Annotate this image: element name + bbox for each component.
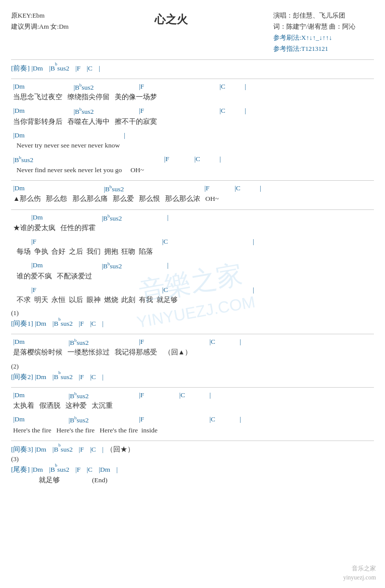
section-interlude3: [间奏3] |Dm |Bbsus2 |F |C | （回★） bbox=[11, 444, 374, 454]
br1l2-lyrics: 每场 争执 合好 之后 我们 拥抱 狂吻 陷落 bbox=[11, 247, 374, 257]
chord-bbsus2: |Bbsus2 bbox=[52, 372, 78, 382]
br1l1-chords: |Dm |Bbsus2 | bbox=[11, 213, 374, 223]
footer-line2: yinyuezj.com bbox=[343, 573, 376, 582]
chord-bar: | bbox=[253, 285, 254, 295]
chord-bar: | bbox=[102, 319, 104, 329]
chord-f: |F bbox=[75, 64, 86, 74]
chord-c: |C bbox=[90, 373, 101, 382]
chord-c: |C bbox=[90, 319, 101, 329]
v1l1-chords: |Dm |Bbsus2 |F |C | bbox=[11, 82, 374, 92]
chord-dm: |Dm bbox=[31, 465, 48, 475]
interlude2-label: [间奏2] bbox=[11, 373, 35, 382]
chord-f: |F bbox=[139, 82, 219, 92]
paren1-text: (1) bbox=[11, 309, 374, 317]
chord-bbsus2: |Bbsus2 bbox=[13, 155, 164, 165]
v3l1-lyrics: 太执着 假洒脱 这种爱 太沉重 bbox=[11, 401, 374, 411]
section-interlude2: [间奏2] |Dm |Bbsus2 |F |C | bbox=[11, 372, 374, 382]
chorus-chords: |Dm |Bbsus2 |F |C | bbox=[11, 184, 374, 194]
v1l2-lyrics: 当你背影转身后 吞噬在人海中 擦不干的寂寞 bbox=[11, 117, 374, 127]
v3l2-lyrics: Here's the fire Here's the fire Here's t… bbox=[11, 425, 374, 435]
chord-dm: |Dm bbox=[13, 391, 68, 401]
intro-label: [前奏] bbox=[11, 64, 31, 74]
paren1: (1) bbox=[11, 309, 374, 317]
chord-dm: |Dm bbox=[35, 319, 51, 329]
chord-bbsus2: |Bbsus2 bbox=[49, 464, 74, 474]
chord-bar: | bbox=[245, 82, 246, 92]
chord-dm: |Dm bbox=[13, 131, 124, 140]
chord-f: |F bbox=[139, 415, 209, 425]
chord-c: |C bbox=[209, 337, 240, 347]
header-divider bbox=[11, 59, 374, 60]
br1l3-lyrics: 谁的爱不疯 不配谈爱过 bbox=[11, 271, 374, 281]
chord-f: |F bbox=[204, 184, 235, 194]
chord-bbsus2: |Bbsus2 bbox=[104, 184, 204, 194]
chord-dm: |Dm bbox=[13, 337, 68, 347]
br1l3-chords: |Dm |Bbsus2 | bbox=[11, 261, 374, 271]
divider-1 bbox=[11, 79, 374, 79]
divider-2 bbox=[11, 180, 374, 181]
chord-bbsus2: |Bbsus2 bbox=[52, 444, 78, 454]
chord-bar: | bbox=[102, 445, 104, 455]
v1l1-lyrics: 当思念飞过夜空 缭绕指尖停留 美的像一场梦 bbox=[11, 92, 374, 102]
chord-bar: | bbox=[240, 337, 241, 347]
verse1-line1: |Dm |Bbsus2 |F |C | 当思念飞过夜空 缭绕指尖停留 美的像一场… bbox=[11, 82, 374, 103]
v1l3-chords: |Dm | bbox=[11, 131, 374, 140]
outro-chord-line: [尾奏] |Dm |Bbsus2 |F |C |Dm | bbox=[11, 464, 374, 474]
outro-lyrics: 就足够 (End) bbox=[11, 475, 374, 485]
footer-line1: 音乐之家 bbox=[343, 564, 376, 573]
chord-bbsus2: |Bbsus2 bbox=[52, 318, 78, 328]
chord-bar: | bbox=[245, 106, 246, 116]
paren3: (3) bbox=[11, 455, 374, 463]
credits-info: 词：陈建宁/谢宥慧 曲：阿沁 bbox=[273, 21, 374, 32]
chord-bbsus2: |Bbsus2 bbox=[68, 415, 139, 425]
paren2: (2) bbox=[11, 362, 374, 371]
header-right: 演唱：彭佳慧、飞儿乐团 词：陈建宁/谢宥慧 曲：阿沁 参考刷法:X↑↓↑_↓↑↑… bbox=[273, 10, 374, 54]
intro-chord-line: [前奏] |Dm |Bbsus2 |F |C | bbox=[11, 63, 374, 73]
chord-bar: | bbox=[240, 415, 241, 425]
chord-bbsus2: |Bbsus2 bbox=[73, 82, 139, 92]
chord-bar: | bbox=[102, 373, 104, 382]
chorus1: |Dm |Bbsus2 |F |C | ▲那么伤 那么怨 那么那么痛 那么爱 那… bbox=[11, 184, 374, 204]
divider-5 bbox=[11, 387, 374, 388]
song-title: 心之火 bbox=[68, 10, 273, 54]
header-left: 原KEY:Ebm 建议男调:Am 女:Dm bbox=[11, 10, 68, 54]
interlude2-chord-line: [间奏2] |Dm |Bbsus2 |F |C | bbox=[11, 372, 374, 382]
chord-c: |C bbox=[87, 64, 98, 74]
verse1-line3: |Dm | Never try never see never never kn… bbox=[11, 131, 374, 151]
fingering-pattern: 参考指法:T1213121 bbox=[273, 43, 374, 54]
v3l2-chords: |Dm |Bbsus2 |F |C | bbox=[11, 415, 374, 425]
chord-c: |C bbox=[209, 415, 240, 425]
main-page: 音樂之家 YINYUEZJ.COM 原KEY:Ebm 建议男调:Am 女:Dm … bbox=[0, 0, 385, 588]
chord-f: |F bbox=[79, 373, 89, 382]
divider-4 bbox=[11, 334, 374, 334]
strumming-pattern: 参考刷法:X↑↓↑_↓↑↑↓ bbox=[273, 32, 374, 43]
v1l3-lyrics: Never try never see never never know bbox=[11, 140, 374, 151]
chord-c: |C bbox=[90, 445, 101, 455]
bridge1-line3: |Dm |Bbsus2 | 谁的爱不疯 不配谈爱过 bbox=[11, 261, 374, 281]
chord-f: |F bbox=[79, 445, 89, 455]
singer-info: 演唱：彭佳慧、飞儿乐团 bbox=[273, 10, 374, 21]
section-intro: [前奏] |Dm |Bbsus2 |F |C | bbox=[11, 63, 374, 73]
bridge1-line1: |Dm |Bbsus2 | ★谁的爱太疯 任性的挥霍 bbox=[11, 213, 374, 234]
chord-bar: | bbox=[253, 237, 254, 247]
chord-f: |F bbox=[139, 337, 209, 347]
chord-c: |C bbox=[219, 82, 245, 92]
chord-dm: |Dm bbox=[31, 213, 102, 223]
v2l1-lyrics: 是落樱缤纷时候 一缕愁怅掠过 我记得那感受 （回▲） bbox=[11, 347, 374, 357]
chord-bbsus2: |Bbsus2 bbox=[102, 261, 167, 271]
chord-f: |F bbox=[79, 319, 89, 329]
chord-bbsus2: |Bbsus2 bbox=[68, 391, 139, 401]
footer-watermark: 音乐之家 yinyuezj.com bbox=[343, 564, 376, 582]
v2l1-chords: |Dm |Bbsus2 |F |C | bbox=[11, 337, 374, 347]
chord-dm2: |Dm bbox=[99, 465, 115, 475]
chord-bar: | bbox=[124, 131, 125, 140]
chord-c: |C bbox=[162, 237, 253, 247]
header: 原KEY:Ebm 建议男调:Am 女:Dm 心之火 演唱：彭佳慧、飞儿乐团 词：… bbox=[11, 10, 374, 54]
chord-c: |C bbox=[219, 106, 245, 116]
verse3-line1: |Dm |Bbsus2 |F |C | 太执着 假洒脱 这种爱 太沉重 bbox=[11, 391, 374, 411]
chord-f: |F bbox=[31, 285, 162, 295]
chord-dm: |Dm bbox=[13, 184, 104, 194]
chord-bbsus2: |Bbsus2 bbox=[49, 63, 74, 73]
verse2-line1: |Dm |Bbsus2 |F |C | 是落樱缤纷时候 一缕愁怅掠过 我记得那感… bbox=[11, 337, 374, 358]
bridge1-line4: |F |C | 不求 明天 永恒 以后 眼神 燃烧 此刻 有我 就足够 bbox=[11, 285, 374, 305]
